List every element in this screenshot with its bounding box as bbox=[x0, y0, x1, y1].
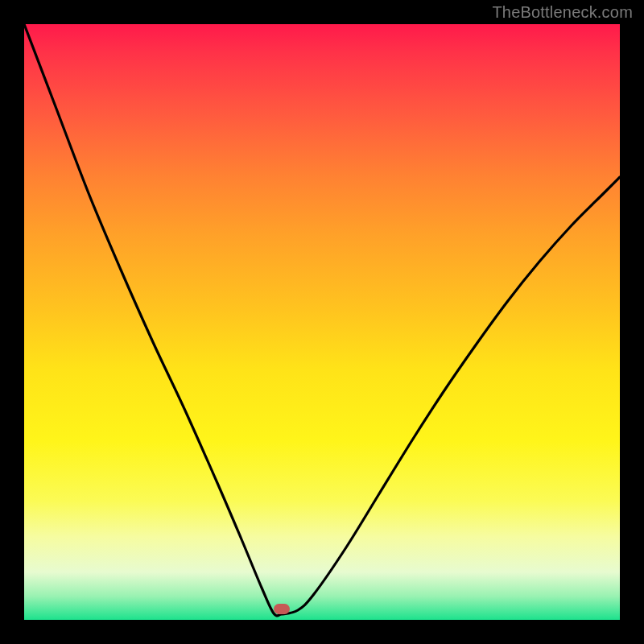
watermark-text: TheBottleneck.com bbox=[492, 3, 633, 22]
bottleneck-curve bbox=[24, 24, 620, 620]
curve-path bbox=[24, 24, 620, 616]
optimum-marker bbox=[274, 604, 290, 614]
chart-plot-area bbox=[24, 24, 620, 620]
